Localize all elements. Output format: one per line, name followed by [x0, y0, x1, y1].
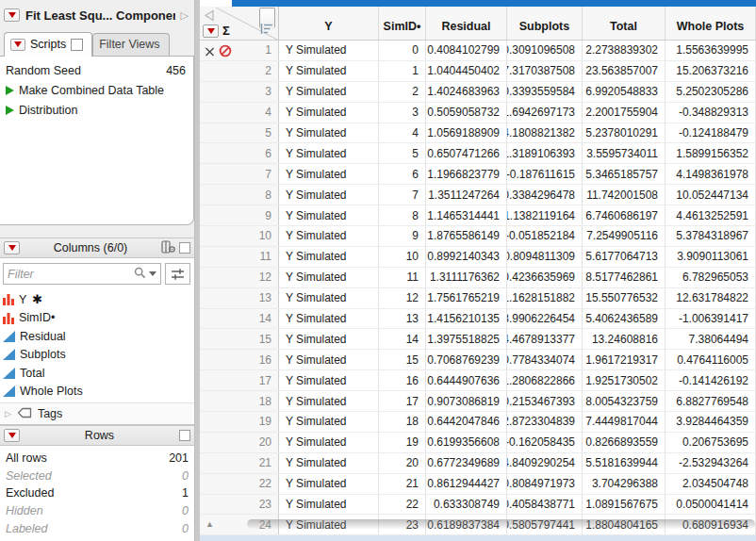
- row-number-cell[interactable]: 6: [200, 143, 279, 163]
- script-item[interactable]: Random Seed456: [6, 60, 188, 80]
- cell-whole-plots[interactable]: 7.38064494: [666, 329, 756, 349]
- sort-order-icon[interactable]: [260, 23, 273, 38]
- column-header[interactable]: Residual: [426, 7, 507, 40]
- row-state-item[interactable]: Selected0: [6, 467, 189, 485]
- cell-total[interactable]: 1.9617219317: [583, 350, 666, 369]
- cell-y[interactable]: Y Simulated: [279, 495, 379, 515]
- row-number-cell[interactable]: 21: [200, 453, 279, 473]
- cell-subplots[interactable]: 0.4058438771: [507, 495, 583, 515]
- table-row[interactable]: 22Y Simulated210.86129444270.80849719733…: [200, 474, 756, 495]
- cell-subplots[interactable]: 1.1628151882: [507, 288, 583, 308]
- cell-simid[interactable]: 7: [379, 185, 426, 205]
- cell-residual[interactable]: 0.6444907636: [426, 370, 507, 390]
- row-number-cell[interactable]: 23: [200, 495, 279, 515]
- table-row[interactable]: 10Y Simulated91.8765586149-0.0518521847.…: [200, 226, 756, 247]
- cell-y[interactable]: Y Simulated: [279, 309, 379, 329]
- cell-residual[interactable]: 1.3511247264: [426, 185, 507, 205]
- cell-whole-plots[interactable]: 4.4613252591: [666, 205, 756, 225]
- sidebar-column-item[interactable]: Whole Plots: [3, 383, 194, 402]
- cell-simid[interactable]: 4: [379, 123, 426, 143]
- tab-scripts[interactable]: Scripts: [4, 32, 92, 57]
- row-number-cell[interactable]: 19: [200, 412, 279, 432]
- row-number-cell[interactable]: 16: [200, 350, 279, 369]
- table-row[interactable]: 19Y Simulated180.64420478462.87233048397…: [200, 412, 756, 433]
- cell-subplots[interactable]: 0.3384296478: [507, 185, 583, 205]
- column-header[interactable]: Total: [583, 7, 666, 40]
- column-settings-icon[interactable]: [161, 240, 175, 256]
- cell-total[interactable]: 13.24608816: [583, 329, 666, 349]
- script-item[interactable]: Distribution: [6, 100, 188, 120]
- table-row[interactable]: 4Y Simulated30.50590587321.69426971732.2…: [200, 103, 756, 123]
- cell-whole-plots[interactable]: -0.348829313: [666, 103, 756, 123]
- cell-total[interactable]: 5.3465185757: [583, 164, 666, 184]
- cell-subplots[interactable]: 2.8723304839: [507, 412, 583, 432]
- cell-simid[interactable]: 11: [379, 268, 426, 287]
- sigma-summary-icon[interactable]: Σ: [222, 24, 230, 38]
- red-triangle-menu-button[interactable]: [4, 429, 20, 442]
- cell-y[interactable]: Y Simulated: [279, 185, 379, 205]
- script-item[interactable]: Make Combined Data Table: [6, 80, 188, 100]
- cell-residual[interactable]: 1.8765586149: [426, 226, 507, 246]
- column-header[interactable]: Y: [279, 7, 379, 40]
- red-triangle-menu-button[interactable]: [203, 25, 219, 38]
- cell-y[interactable]: Y Simulated: [279, 143, 379, 163]
- cell-total[interactable]: 1.9251730502: [583, 370, 666, 390]
- cell-total[interactable]: 15.550776532: [583, 288, 666, 308]
- cell-simid[interactable]: 10: [379, 247, 426, 267]
- cell-y[interactable]: Y Simulated: [279, 41, 379, 60]
- cell-simid[interactable]: 0: [379, 41, 426, 60]
- cell-whole-plots[interactable]: 0.4764116005: [666, 350, 756, 369]
- table-row[interactable]: 17Y Simulated160.64449076361.28068228661…: [200, 370, 756, 391]
- cell-simid[interactable]: 19: [379, 433, 426, 452]
- cell-total[interactable]: 1.0891567675: [583, 495, 666, 515]
- cell-whole-plots[interactable]: 12.631784822: [666, 288, 756, 308]
- cell-residual[interactable]: 0.7068769239: [426, 350, 507, 369]
- cell-whole-plots[interactable]: -2.532943264: [666, 453, 756, 473]
- column-header[interactable]: SimID•: [379, 7, 426, 40]
- table-row[interactable]: 20Y Simulated190.6199356608-0.1620584350…: [200, 433, 756, 453]
- row-state-item[interactable]: Hidden0: [6, 502, 189, 520]
- cell-subplots[interactable]: -0.187611615: [507, 164, 583, 184]
- cell-subplots[interactable]: 0.4236635969: [507, 268, 583, 287]
- row-number-cell[interactable]: 10: [200, 226, 279, 246]
- cell-residual[interactable]: 1.4156210135: [426, 309, 507, 329]
- cell-whole-plots[interactable]: 6.8827769548: [666, 391, 756, 411]
- cell-subplots[interactable]: 1.6942697173: [507, 103, 583, 123]
- red-triangle-menu-button[interactable]: [4, 8, 20, 22]
- horizontal-scrollbar[interactable]: [247, 519, 755, 529]
- cell-total[interactable]: 8.5177462861: [583, 268, 666, 287]
- cell-simid[interactable]: 3: [379, 103, 426, 123]
- cell-simid[interactable]: 20: [379, 453, 426, 473]
- row-number-cell[interactable]: 2: [200, 61, 279, 81]
- sidebar-column-item[interactable]: Subplots: [3, 346, 194, 365]
- table-row[interactable]: 18Y Simulated170.90730868190.21534673938…: [200, 391, 756, 412]
- row-number-cell[interactable]: 9: [200, 205, 279, 225]
- cell-simid[interactable]: 18: [379, 412, 426, 432]
- cell-residual[interactable]: 0.9073086819: [426, 391, 507, 411]
- table-row[interactable]: 1Y Simulated00.40841027990.30910965082.2…: [200, 41, 756, 61]
- cell-subplots[interactable]: 7.3170387508: [507, 61, 583, 81]
- cell-y[interactable]: Y Simulated: [279, 453, 379, 473]
- row-number-cell[interactable]: 3: [200, 82, 279, 102]
- cell-total[interactable]: 7.2549905116: [583, 226, 666, 246]
- row-number-cell[interactable]: 11: [200, 247, 279, 267]
- table-row[interactable]: 21Y Simulated200.67723496894.84092902545…: [200, 453, 756, 474]
- cell-simid[interactable]: 17: [379, 391, 426, 411]
- table-row[interactable]: 16Y Simulated150.70687692390.77843340741…: [200, 350, 756, 370]
- panel-checkbox-icon[interactable]: [71, 39, 83, 51]
- cell-subplots[interactable]: -0.051852184: [507, 226, 583, 246]
- table-row[interactable]: 15Y Simulated141.39755188254.46789133771…: [200, 329, 756, 350]
- cell-subplots[interactable]: -0.162058435: [507, 433, 583, 452]
- row-number-cell[interactable]: 7: [200, 164, 279, 184]
- cell-subplots[interactable]: 1.2806822866: [507, 370, 583, 390]
- deselect-triangle-icon[interactable]: [204, 9, 215, 25]
- search-options-caret-icon[interactable]: [149, 271, 156, 276]
- red-triangle-menu-button[interactable]: [4, 241, 20, 254]
- table-row[interactable]: 3Y Simulated21.40246839630.33935595846.9…: [200, 82, 756, 103]
- column-header[interactable]: Whole Plots: [666, 7, 756, 40]
- cell-total[interactable]: 8.0054323759: [583, 391, 666, 411]
- row-state-item[interactable]: Labeled0: [6, 519, 189, 537]
- cell-whole-plots[interactable]: 5.3784318967: [666, 226, 756, 246]
- cell-residual[interactable]: 1.1966823779: [426, 164, 507, 184]
- cell-residual[interactable]: 1.3111176362: [426, 268, 507, 287]
